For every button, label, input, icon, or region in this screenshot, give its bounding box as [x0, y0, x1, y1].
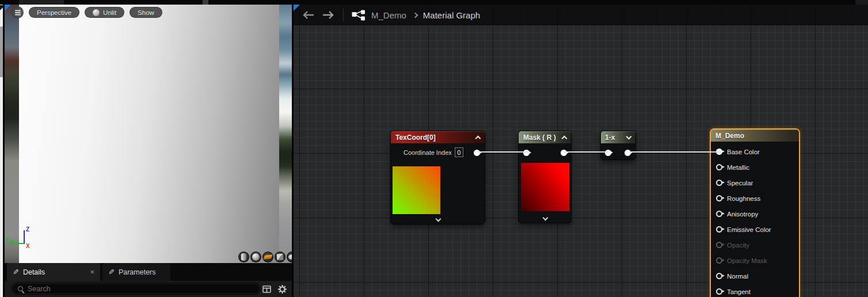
show-label: Show [138, 9, 154, 16]
node-one-minus[interactable]: 1-x [600, 131, 636, 160]
texcoord-output-pin[interactable] [474, 150, 480, 156]
custom-mesh-icon [288, 254, 292, 260]
breadcrumb-asset[interactable]: M_Demo [371, 10, 406, 20]
material-pin-row[interactable]: Opacity [711, 237, 799, 253]
shape-cylinder-button[interactable] [238, 252, 249, 262]
one-minus-input-pin[interactable] [605, 150, 611, 156]
material-pin-row[interactable]: Normal [711, 268, 799, 284]
back-button[interactable] [303, 11, 314, 19]
gizmo-z-axis [24, 230, 25, 244]
gizmo-y-axis [12, 243, 24, 244]
pin-label: Opacity [727, 242, 749, 249]
node-texcoord-title: TexCoord[0] [395, 134, 436, 142]
top-strip-segment [203, 0, 208, 5]
perspective-button[interactable]: Perspective [29, 7, 79, 18]
graph-nodes-icon [352, 10, 366, 21]
pin-label: Normal [727, 273, 748, 280]
pin-label: Base Color [727, 148, 760, 155]
search-placeholder: Search [28, 285, 51, 293]
tab-parameters[interactable]: ✎ Parameters [102, 263, 170, 281]
background-window-sliver [0, 5, 3, 297]
mask-red-preview [521, 163, 569, 211]
material-pin-row[interactable]: Metallic [711, 159, 799, 175]
plane-icon [263, 254, 273, 259]
node-mask-header[interactable]: Mask ( R ) [519, 131, 571, 143]
top-strip-segment [855, 0, 868, 5]
material-pin-row[interactable]: Roughness [711, 191, 799, 206]
sphere-icon [252, 253, 260, 261]
node-texcoord-header[interactable]: TexCoord[0] [391, 131, 485, 143]
pin-label: Opacity Mask [727, 257, 767, 264]
collapse-chevron-icon[interactable] [561, 134, 567, 140]
node-material-output[interactable]: M_Demo Base ColorMetallicSpecularRoughne… [710, 128, 800, 297]
coordinate-index-value[interactable]: 0 [455, 147, 463, 157]
preview-toggle-chevron-icon[interactable] [435, 216, 441, 222]
material-pin-row[interactable]: Opacity Mask [711, 253, 799, 268]
tab-details-label: Details [23, 268, 45, 276]
one-minus-output-pin[interactable] [625, 150, 631, 156]
environment-backdrop-left [5, 5, 19, 263]
view-mode-button[interactable]: Unlit [85, 7, 124, 18]
gizmo-z-label: Z [26, 226, 29, 233]
environment-backdrop-right [279, 5, 292, 263]
material-graph-canvas[interactable]: M_Demo Material Graph TexCoord[0] Coordi… [294, 5, 868, 297]
material-pin-row[interactable]: Base Color [711, 144, 799, 159]
material-pin-row[interactable]: Emissive Color [711, 222, 799, 237]
pin-icon[interactable] [716, 257, 722, 264]
node-texcoord[interactable]: TexCoord[0] Coordinate Index 0 [390, 131, 485, 224]
node-mask[interactable]: Mask ( R ) [518, 131, 572, 223]
perspective-label: Perspective [37, 9, 71, 16]
wire-oneminus-to-basecolor[interactable] [629, 151, 721, 153]
preview-toggle-chevron-icon[interactable] [542, 215, 548, 221]
pin-icon[interactable] [716, 242, 722, 248]
pin-icon[interactable] [716, 195, 722, 201]
search-icon [18, 286, 23, 291]
shape-sphere-button[interactable] [250, 252, 261, 262]
material-editor-window: Perspective Unlit Show Z X Y [0, 0, 868, 297]
viewport-menu-button[interactable] [12, 6, 24, 18]
pin-icon[interactable] [716, 164, 722, 170]
property-matrix-icon[interactable] [262, 285, 271, 293]
node-one-minus-header[interactable]: 1-x [601, 131, 635, 143]
material-pin-row[interactable]: Specular [711, 175, 799, 191]
collapse-chevron-icon[interactable] [475, 134, 481, 140]
shape-cube-button[interactable] [275, 252, 285, 262]
preview-viewport[interactable]: Perspective Unlit Show Z X Y [5, 5, 292, 263]
close-icon[interactable]: × [90, 268, 94, 276]
texcoord-uv-preview [393, 166, 440, 214]
background-scrollbar-thumb [0, 26, 3, 77]
forward-button[interactable] [322, 11, 334, 19]
pin-icon[interactable] [716, 273, 722, 279]
shape-plane-button[interactable] [262, 252, 273, 262]
viewport-focus-corner [5, 5, 11, 11]
pin-label: Tangent [727, 288, 751, 295]
gizmo-y-arrowhead [9, 240, 13, 245]
material-pin-row[interactable]: Anisotropy [711, 206, 799, 222]
material-preview-mesh[interactable] [19, 5, 279, 263]
pin-icon[interactable] [716, 288, 722, 295]
parameters-pencil-icon: ✎ [108, 268, 115, 276]
pin-label: Emissive Color [727, 226, 771, 233]
coordinate-index-row: Coordinate Index 0 [403, 147, 463, 157]
mask-output-pin[interactable] [561, 150, 567, 156]
pin-icon[interactable] [716, 180, 722, 186]
wire-mask-to-oneminus[interactable] [564, 151, 608, 153]
graph-focus-corner [294, 5, 300, 11]
search-input[interactable]: Search [12, 283, 261, 295]
pin-label: Specular [727, 180, 753, 186]
view-mode-sphere-icon [93, 9, 100, 16]
wire-texcoord-to-mask[interactable] [478, 151, 528, 153]
shape-custom-mesh-button[interactable] [287, 252, 292, 262]
pin-icon[interactable] [716, 211, 722, 217]
settings-gear-icon[interactable] [277, 284, 287, 294]
expand-chevron-icon[interactable] [626, 134, 631, 140]
preview-shape-buttons [238, 252, 292, 262]
top-window-strip [0, 0, 868, 5]
breadcrumb-page[interactable]: Material Graph [423, 10, 480, 20]
tab-details[interactable]: ✎ Details × [7, 263, 100, 281]
pin-icon[interactable] [716, 226, 722, 233]
material-pin-row[interactable]: Tangent [711, 284, 799, 297]
node-material-header[interactable]: M_Demo [711, 130, 799, 142]
mask-input-pin[interactable] [523, 150, 530, 156]
show-button[interactable]: Show [130, 7, 162, 18]
